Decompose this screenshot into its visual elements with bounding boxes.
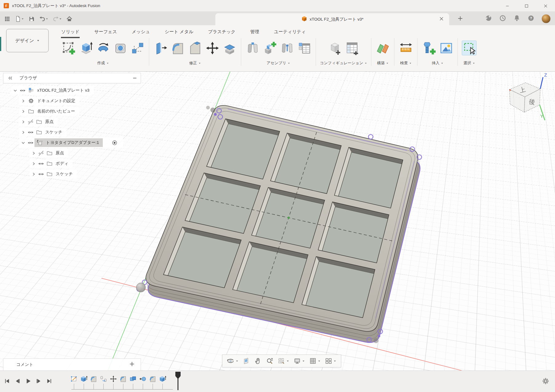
undo-button[interactable] xyxy=(38,14,50,23)
expander-right-button[interactable] xyxy=(20,98,26,104)
go-to-end-button[interactable] xyxy=(45,376,53,386)
fit-tool-button[interactable] xyxy=(276,355,291,367)
document-tab[interactable]: xTOOL F2_治具プレート v3* xyxy=(215,13,449,25)
offset-face-button[interactable] xyxy=(222,41,237,55)
construction-plane-button[interactable] xyxy=(375,41,390,55)
close-document-tab-button[interactable] xyxy=(439,16,445,22)
expander-right-button[interactable] xyxy=(30,150,37,156)
expander-right-button[interactable] xyxy=(20,119,26,125)
browser-tree-row[interactable]: 名前の付いたビュー xyxy=(3,106,141,117)
display-settings-tool-button[interactable] xyxy=(291,355,307,367)
maximize-button[interactable] xyxy=(517,0,536,12)
configure-button[interactable] xyxy=(328,41,342,55)
avatar[interactable] xyxy=(541,14,551,23)
joint-button[interactable] xyxy=(262,41,277,55)
expander-right-button[interactable] xyxy=(20,129,26,135)
browser-tree-row[interactable]: スケッチ xyxy=(3,127,141,137)
close-window-button[interactable] xyxy=(536,0,555,12)
fillet-button[interactable] xyxy=(170,41,185,55)
activate-component-radio[interactable] xyxy=(111,139,119,146)
ribbon-tab-4[interactable]: シート メタル xyxy=(165,28,194,38)
revolve-button[interactable] xyxy=(96,41,110,55)
file-button[interactable] xyxy=(13,14,26,23)
ribbon-tab-6[interactable]: 管理 xyxy=(250,28,259,38)
save-button[interactable] xyxy=(27,14,36,23)
visibility-toggle[interactable] xyxy=(37,150,45,156)
timeline-feature-extrude[interactable] xyxy=(159,375,166,383)
play-button[interactable] xyxy=(24,376,32,386)
visibility-toggle[interactable] xyxy=(26,118,34,125)
move-button[interactable] xyxy=(205,41,220,55)
expander-down-button[interactable] xyxy=(20,140,26,145)
browser-header[interactable]: ブラウザ xyxy=(3,73,141,83)
app-grid-button[interactable] xyxy=(2,14,12,23)
measure-button[interactable] xyxy=(398,41,413,55)
expander-down-button[interactable] xyxy=(12,88,18,93)
ribbon-tab-2[interactable]: サーフェス xyxy=(94,28,117,38)
chamfer-button[interactable] xyxy=(188,41,202,55)
selected-item[interactable]: トヨタタイプDアダプター:1 xyxy=(34,138,103,147)
extrude-button[interactable] xyxy=(78,41,93,55)
expander-right-button[interactable] xyxy=(30,171,37,177)
extensions-button[interactable] xyxy=(485,14,492,23)
new-component-button[interactable] xyxy=(245,41,260,55)
timeline-feature-fillet[interactable] xyxy=(149,375,157,383)
ribbon-group-label[interactable]: アセンブリ xyxy=(267,61,290,66)
timeline-feature-extrude[interactable] xyxy=(80,375,88,383)
ribbon-group-label[interactable]: 修正 xyxy=(189,61,201,66)
canvas-button[interactable] xyxy=(439,41,453,55)
browser-tree-row[interactable]: 原点 xyxy=(3,117,141,127)
history-button[interactable] xyxy=(499,14,506,23)
bom-button[interactable] xyxy=(297,41,312,55)
hole-button[interactable] xyxy=(113,41,128,55)
new-document-tab-button[interactable] xyxy=(457,15,464,22)
visibility-toggle[interactable] xyxy=(26,139,34,146)
look-at-tool-button[interactable] xyxy=(241,355,252,367)
expander-right-button[interactable] xyxy=(20,109,26,114)
visibility-toggle[interactable] xyxy=(18,87,26,94)
add-comment-button[interactable] xyxy=(129,361,136,368)
insert-fastener-button[interactable] xyxy=(421,41,436,55)
as-built-joint-button[interactable] xyxy=(280,41,294,55)
ribbon-tab-5[interactable]: プラスチック xyxy=(208,28,236,38)
timeline-feature-fillet[interactable] xyxy=(90,375,98,383)
3d-viewport[interactable]: ZY上後 ブラウザ xTOOL F2_治具プレート v3ドキュメントの設定名前の… xyxy=(0,72,555,392)
help-button[interactable]: ? xyxy=(527,14,535,23)
browser-tree-row[interactable]: スケッチ xyxy=(3,169,141,179)
home-button[interactable] xyxy=(65,14,74,23)
ribbon-group-label[interactable]: 選択 xyxy=(463,61,475,66)
ribbon-group-label[interactable]: コンフィギュレーション xyxy=(320,61,367,66)
browser-tree-row[interactable]: ボディ xyxy=(3,158,141,169)
pattern-button[interactable] xyxy=(130,41,145,55)
visibility-toggle[interactable] xyxy=(26,129,34,136)
step-forward-button[interactable] xyxy=(34,376,42,386)
visibility-toggle[interactable] xyxy=(37,160,45,167)
workspace-switcher[interactable]: デザイン xyxy=(6,29,49,52)
ribbon-tab-1[interactable]: ソリッド xyxy=(61,28,80,38)
timeline-settings-button[interactable] xyxy=(541,377,550,386)
configuration-table-button[interactable] xyxy=(345,41,360,55)
go-to-start-button[interactable] xyxy=(3,376,11,386)
browser-tree-row[interactable]: ドキュメントの設定 xyxy=(3,96,141,106)
timeline-feature-pattern[interactable] xyxy=(100,375,107,383)
ribbon-tab-3[interactable]: メッシュ xyxy=(131,28,150,38)
notifications-button[interactable] xyxy=(513,14,521,23)
timeline-feature-fillet[interactable] xyxy=(119,375,127,383)
ribbon-group-label[interactable]: 構築 xyxy=(377,61,389,66)
ribbon-tab-7[interactable]: ユーティリティ xyxy=(274,28,306,38)
comments-panel[interactable]: コメント xyxy=(3,358,141,371)
browser-tree-row[interactable]: トヨタタイプDアダプター:1 xyxy=(3,137,141,148)
redo-button[interactable] xyxy=(51,14,63,23)
create-sketch-button[interactable] xyxy=(61,41,76,55)
pan-tool-button[interactable] xyxy=(252,355,264,367)
timeline-feature-offset[interactable] xyxy=(139,375,147,383)
timeline-feature-sketch[interactable] xyxy=(70,375,78,383)
ribbon-group-label[interactable]: 検査 xyxy=(400,61,412,66)
collapse-browser-button[interactable] xyxy=(6,74,14,82)
orbit-tool-button[interactable] xyxy=(225,355,241,367)
expander-right-button[interactable] xyxy=(30,161,37,166)
zoom-tool-button[interactable] xyxy=(264,355,276,367)
browser-tree-row[interactable]: 原点 xyxy=(3,148,141,158)
viewcube[interactable]: ZY上後 xyxy=(501,72,553,122)
press-pull-button[interactable] xyxy=(153,41,168,55)
